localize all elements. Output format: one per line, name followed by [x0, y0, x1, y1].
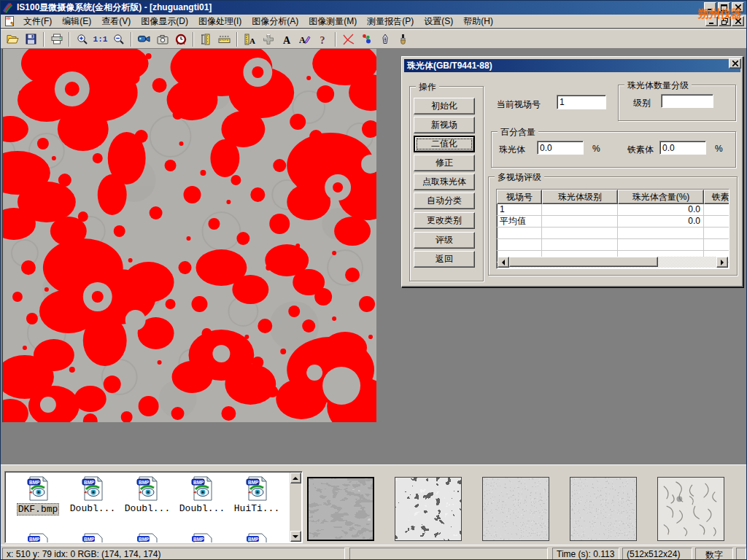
pearlite-percent-input[interactable]: 0.0 [537, 141, 584, 155]
caliper-vertical-icon[interactable] [197, 31, 215, 47]
table-row[interactable]: 1 0.0 [497, 204, 729, 216]
help-icon[interactable]: ? [314, 31, 332, 47]
menu-help[interactable]: 帮助(H) [458, 14, 498, 29]
application-window: { "window": { "title": "IS100显微摄像系统(金相分析… [0, 0, 747, 560]
mdi-restore-button[interactable] [719, 16, 731, 26]
scroll-thumb[interactable] [509, 257, 658, 267]
init-button[interactable]: 初始化 [414, 98, 475, 114]
file-item[interactable]: BMP DKF.bmp [12, 476, 63, 516]
pen-tool-icon[interactable] [376, 31, 394, 47]
file-browser[interactable]: BMP DKF.bmp BMP Doubl... BMP [4, 471, 303, 543]
svg-text:BMP: BMP [193, 480, 204, 485]
col-ferrite-content[interactable]: 铁素体含量(%) [704, 190, 729, 204]
maximize-button[interactable] [718, 2, 730, 12]
file-name[interactable]: Doubl... [124, 503, 171, 514]
file-item[interactable]: BMP Doubl... [67, 476, 118, 514]
table-horizontal-scrollbar[interactable] [498, 257, 728, 268]
bmp-file-icon: BMP [80, 476, 105, 501]
return-button[interactable]: 返回 [414, 251, 475, 268]
col-field-number[interactable]: 视场号 [497, 190, 542, 204]
file-name[interactable]: Doubl... [69, 503, 116, 514]
auto-classify-button[interactable]: 自动分类 [414, 192, 475, 209]
svg-text:BMP: BMP [139, 537, 150, 542]
file-list-scrollbar[interactable] [290, 472, 301, 542]
minimize-button[interactable] [704, 2, 716, 12]
change-class-button[interactable]: 更改类别 [414, 212, 475, 229]
col-pearlite-grade[interactable]: 珠光体级别 [542, 190, 618, 204]
toolbar-separator [335, 32, 336, 47]
file-item[interactable]: BMP HuiTi... [231, 476, 282, 514]
percent-group: 百分含量 珠光体 0.0 % 铁素体 0.0 % [491, 131, 736, 168]
title-bar[interactable]: IS100显微摄像系统(金相分析版) - [zhuguangti01] [1, 1, 746, 15]
thumbnail-2[interactable] [395, 477, 462, 541]
empty-status-pane [349, 548, 548, 560]
zoom-out-icon[interactable] [109, 31, 128, 47]
grade-button[interactable]: 评级 [414, 232, 475, 249]
correct-button[interactable]: 修正 [414, 155, 475, 171]
print-icon[interactable] [47, 31, 66, 47]
mdi-minimize-button[interactable] [705, 16, 718, 26]
file-item[interactable]: BMP Doubl... [122, 476, 173, 514]
text-annotate-icon[interactable]: A [277, 31, 295, 47]
timer-icon[interactable] [171, 31, 190, 47]
menu-settings[interactable]: 设置(S) [419, 14, 458, 29]
menu-edit[interactable]: 编辑(E) [57, 14, 96, 29]
menu-measure-report[interactable]: 测量报告(P) [362, 14, 419, 29]
scroll-left-button[interactable] [498, 257, 509, 268]
color-marker-icon[interactable] [357, 31, 376, 47]
menu-file[interactable]: 文件(F) [18, 14, 57, 29]
multiview-group: 多视场评级 视场号 珠光体级别 珠光体含量(%) 铁素体含量(%) 1 0.0 … [488, 176, 738, 276]
toolbar-separator [131, 32, 132, 47]
file-item[interactable]: BMP Doubl... [177, 476, 228, 514]
table-row[interactable]: 平均值 0.0 [497, 216, 729, 228]
scroll-down-button[interactable] [290, 531, 301, 542]
scroll-up-button[interactable] [290, 472, 301, 483]
mdi-close-button[interactable] [732, 16, 744, 26]
thumbnail-1[interactable] [307, 477, 374, 541]
scroll-track[interactable] [509, 257, 716, 268]
new-field-button[interactable]: 新视场 [414, 117, 475, 133]
ferrite-percent-sign: % [715, 144, 723, 154]
status-bar: x: 510 y: 79 idx: 0 RGB: (174, 174, 174)… [1, 545, 747, 560]
actual-size-icon[interactable]: 1:1 [91, 31, 109, 47]
open-file-icon[interactable] [4, 31, 22, 47]
scroll-right-button[interactable] [716, 257, 728, 268]
menu-image-analysis[interactable]: 图像分析(A) [247, 14, 303, 29]
col-pearlite-content[interactable]: 珠光体含量(%) [618, 190, 704, 204]
current-view-input[interactable]: 1 [557, 95, 606, 109]
menu-image-display[interactable]: 图像显示(D) [136, 14, 193, 29]
snapshot-icon[interactable] [153, 31, 171, 47]
menu-view[interactable]: 查看(V) [96, 14, 136, 29]
edit-text-icon[interactable]: A [295, 31, 314, 47]
file-name[interactable]: HuiTi... [233, 503, 280, 514]
measure-font-icon[interactable]: A [241, 31, 259, 47]
close-button[interactable] [732, 2, 744, 12]
grade-level-input[interactable] [661, 94, 713, 108]
file-name[interactable]: Doubl... [179, 503, 225, 514]
thumbnail-5[interactable] [657, 477, 724, 541]
pick-pearlite-button[interactable]: 点取珠光体 [414, 174, 475, 190]
multiview-table[interactable]: 视场号 珠光体级别 珠光体含量(%) 铁素体含量(%) 1 0.0 平均值 0.… [496, 189, 729, 269]
ruler-horizontal-icon[interactable] [215, 31, 233, 47]
binarize-button[interactable]: 二值化 [414, 136, 475, 152]
menu-image-measure[interactable]: 图像测量(M) [303, 14, 362, 29]
file-name[interactable]: DKF.bmp [17, 503, 60, 516]
video-capture-icon[interactable] [135, 31, 153, 47]
toolbar-separator [69, 32, 70, 47]
dialog-title-bar[interactable]: 珠光体(GB/T9441-88) [404, 59, 740, 72]
ferrite-percent-input[interactable]: 0.0 [659, 141, 706, 155]
curve-tool-icon[interactable] [339, 31, 357, 47]
micrograph-image[interactable] [2, 49, 376, 422]
thumbnail-3[interactable] [482, 477, 549, 541]
svg-text:A: A [249, 36, 255, 44]
thumbnail-4[interactable] [570, 477, 637, 541]
pattern-grid-icon[interactable] [259, 31, 277, 47]
menu-image-process[interactable]: 图像处理(I) [193, 14, 247, 29]
dialog-close-button[interactable] [729, 58, 741, 69]
zoom-in-icon[interactable] [73, 31, 91, 47]
grading-group: 珠光体数量分级 级别 [618, 85, 736, 121]
pearlite-label: 珠光体 [499, 144, 525, 156]
brush-tool-icon[interactable] [394, 31, 412, 47]
save-icon[interactable] [22, 31, 40, 47]
svg-text:?: ? [320, 34, 325, 45]
